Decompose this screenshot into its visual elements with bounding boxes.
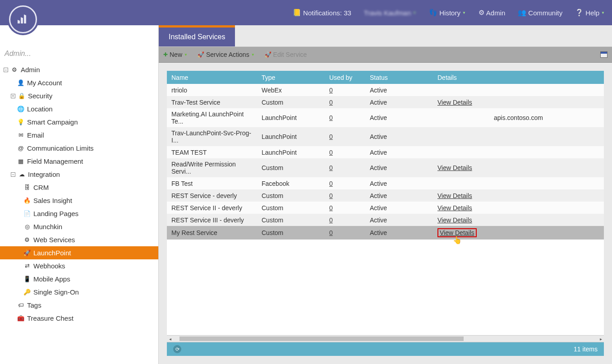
- new-label: New: [170, 51, 182, 58]
- help-link[interactable]: ❔Help▼: [575, 9, 605, 17]
- table-row[interactable]: Trav-Test ServiceCustom0ActiveView Detai…: [167, 96, 604, 108]
- help-label: Help: [585, 9, 599, 17]
- admin-link[interactable]: ⚙Admin: [479, 9, 506, 17]
- view-details-link[interactable]: View Details: [437, 217, 472, 224]
- cell-details: [433, 84, 604, 96]
- table-row[interactable]: REST Service - deverlyCustom0ActiveView …: [167, 189, 604, 202]
- view-details-link[interactable]: View Details: [437, 164, 472, 171]
- table-row[interactable]: TEAM TESTLaunchPoint0Active: [167, 146, 604, 158]
- tree-treasure-chest[interactable]: 🧰 Treasure Chest: [0, 312, 158, 325]
- tree-web-services[interactable]: ⚙ Web Services: [0, 233, 158, 246]
- tree-label: Sales Insight: [33, 197, 72, 204]
- used-by-link[interactable]: 0: [329, 164, 333, 171]
- used-by-link[interactable]: 0: [329, 229, 333, 236]
- view-details-link[interactable]: View Details: [437, 204, 472, 212]
- table-row[interactable]: Trav-LaunchPoint-Svc-Prog-I...LaunchPoin…: [167, 127, 604, 146]
- gear-icon: ⚙: [11, 66, 18, 74]
- view-details-link[interactable]: View Details: [440, 229, 474, 236]
- cell-used-by: 0: [325, 146, 365, 158]
- used-by-link[interactable]: 0: [329, 192, 333, 199]
- cell-name: rtriolo: [167, 84, 257, 96]
- tree-crm[interactable]: 🗄 CRM: [0, 181, 158, 194]
- cell-type: Custom: [257, 158, 325, 177]
- edit-service-button[interactable]: 🚀 Edit Service: [265, 51, 307, 58]
- table-row[interactable]: My Rest ServiceCustom0ActiveView Details: [167, 226, 604, 240]
- tree-munchkin[interactable]: ◎ Munchkin: [0, 220, 158, 233]
- tree-root-admin[interactable]: − ⚙ Admin: [0, 63, 158, 76]
- service-actions-label: Service Actions: [206, 51, 249, 58]
- app-logo[interactable]: [7, 4, 39, 35]
- tree-tags[interactable]: 🏷 Tags: [0, 299, 158, 312]
- used-by-link[interactable]: 0: [329, 114, 333, 121]
- cell-name: Trav-Test Service: [167, 96, 257, 108]
- cell-type: WebEx: [257, 84, 325, 96]
- table-row[interactable]: REST Service II - deverlyCustom0ActiveVi…: [167, 202, 604, 214]
- tree-launchpoint[interactable]: 🚀 LaunchPoint: [0, 246, 158, 259]
- tab-installed-services[interactable]: Installed Services: [159, 25, 235, 46]
- grid-area: Name Type Used by Status Details rtriolo…: [159, 63, 612, 364]
- view-details-link[interactable]: View Details: [437, 192, 472, 199]
- cell-type: Custom: [257, 226, 325, 240]
- tree-field-mgmt[interactable]: ▦ Field Management: [0, 155, 158, 168]
- new-button[interactable]: ✚ New ▼: [163, 51, 188, 58]
- col-status[interactable]: Status: [365, 71, 433, 84]
- tree-integration[interactable]: − ☁ Integration: [0, 168, 158, 181]
- used-by-link[interactable]: 0: [329, 99, 333, 106]
- tree-mobile-apps[interactable]: 📱 Mobile Apps: [0, 272, 158, 286]
- col-type[interactable]: Type: [257, 71, 325, 84]
- used-by-link[interactable]: 0: [329, 87, 333, 94]
- expand-icon[interactable]: +: [11, 94, 15, 98]
- scroll-left-icon[interactable]: ◂: [167, 336, 173, 341]
- tab-label: Installed Services: [169, 33, 225, 41]
- col-used-by[interactable]: Used by: [325, 71, 365, 84]
- table-row[interactable]: REST Service III - deverlyCustom0ActiveV…: [167, 214, 604, 226]
- table-row[interactable]: rtrioloWebEx0Active: [167, 84, 604, 96]
- col-details[interactable]: Details: [433, 71, 604, 84]
- tree-smart-campaign[interactable]: 💡 Smart Campaign: [0, 115, 158, 129]
- window-icon[interactable]: [600, 51, 607, 58]
- scroll-thumb[interactable]: [179, 336, 464, 341]
- used-by-link[interactable]: 0: [329, 149, 333, 156]
- history-link[interactable]: 👣History▼: [429, 9, 466, 17]
- tree-landing-pages[interactable]: 📄 Landing Pages: [0, 207, 158, 220]
- tree-my-account[interactable]: 👤 My Account: [0, 76, 158, 89]
- used-by-link[interactable]: 0: [329, 133, 333, 140]
- tree-comm-limits[interactable]: @ Communication Limits: [0, 142, 158, 155]
- at-icon: @: [17, 145, 24, 152]
- cell-used-by: 0: [325, 127, 365, 146]
- search-input[interactable]: Admin...: [0, 43, 158, 60]
- table-row[interactable]: FB TestFacebook0Active: [167, 177, 604, 189]
- tree-sso[interactable]: 🔑 Single Sign-On: [0, 286, 158, 299]
- table-row[interactable]: Marketing.AI LaunchPoint Te...LaunchPoin…: [167, 108, 604, 127]
- collapse-icon[interactable]: −: [4, 68, 8, 72]
- scroll-right-icon[interactable]: ▸: [598, 336, 604, 341]
- col-name[interactable]: Name: [167, 71, 257, 84]
- used-by-link[interactable]: 0: [329, 204, 333, 212]
- tree-location[interactable]: 🌐 Location: [0, 102, 158, 115]
- cell-details: View Details: [433, 189, 604, 202]
- cell-used-by: 0: [325, 177, 365, 189]
- cell-status: Active: [365, 96, 433, 108]
- tree-security[interactable]: + 🔒 Security: [0, 89, 158, 102]
- refresh-button[interactable]: ⟳: [173, 345, 181, 353]
- cell-details: View Details: [433, 202, 604, 214]
- collapse-icon[interactable]: −: [11, 172, 15, 177]
- view-details-link[interactable]: View Details: [437, 99, 472, 106]
- table-row[interactable]: Read/Write Permission Servi...Custom0Act…: [167, 158, 604, 177]
- toolbar: ✚ New ▼ 🚀 Service Actions ▼ 🚀 Edit Servi…: [159, 46, 612, 63]
- tree-sales-insight[interactable]: 🔥 Sales Insight: [0, 194, 158, 207]
- used-by-link[interactable]: 0: [329, 180, 333, 187]
- grid-empty-space: 👆: [167, 240, 604, 335]
- used-by-link[interactable]: 0: [329, 217, 333, 224]
- cloud-icon: ☁: [18, 171, 25, 178]
- service-actions-button[interactable]: 🚀 Service Actions ▼: [198, 51, 255, 58]
- nav-tree: − ⚙ Admin 👤 My Account + 🔒 Security 🌐 Lo…: [0, 60, 158, 364]
- rocket-icon: 🚀: [265, 51, 271, 58]
- tree-webhooks[interactable]: ⇄ Webhooks: [0, 259, 158, 272]
- notifications-link[interactable]: 📒Notifications: 33: [293, 9, 351, 17]
- user-menu[interactable]: Travis Kaufman▼: [364, 9, 416, 17]
- cell-details: [433, 146, 604, 158]
- tree-email[interactable]: ✉ Email: [0, 129, 158, 142]
- community-link[interactable]: 👥Community: [518, 9, 562, 17]
- horizontal-scrollbar[interactable]: ◂ ▸: [167, 335, 604, 342]
